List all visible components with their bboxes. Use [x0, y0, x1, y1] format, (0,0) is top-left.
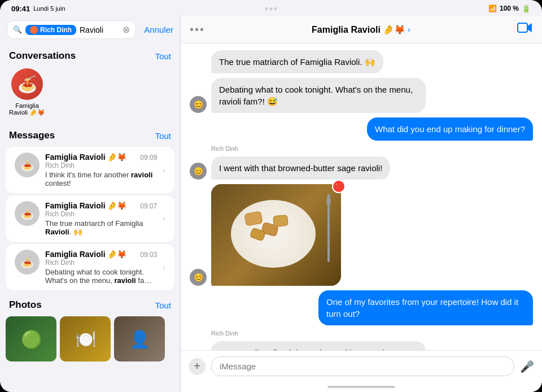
conversations-all-button[interactable]: Tout	[155, 51, 171, 61]
msg-from: Famiglia Ravioli 🤌🦊	[45, 201, 126, 210]
search-chip-avatar	[30, 26, 38, 34]
status-bar: 09:41 Lundi 5 juin 📶 100 % 🔋	[0, 0, 542, 16]
status-date: Lundi 5 juin	[33, 5, 65, 12]
chat-bubble: One of my favorites from your repertoire…	[318, 290, 533, 325]
msg-chevron-icon: ›	[163, 263, 165, 272]
msg-time: 09:09	[140, 154, 157, 162]
msg-preview: The true matriarch of Famiglia Ravioli. …	[45, 219, 157, 236]
chat-chevron-icon: ›	[408, 25, 410, 34]
home-bar	[327, 386, 395, 388]
bubble-row-image: 😊	[190, 184, 533, 286]
msg-subname: Rich Dinh	[45, 210, 157, 218]
bubble-row-incoming: 😊 Debating what to cook tonight. What's …	[190, 78, 533, 113]
battery-label: 100 %	[500, 5, 519, 12]
photos-all-button[interactable]: Tout	[155, 300, 171, 310]
msg-avatar: 🍝	[15, 250, 40, 275]
battery-icon: 🔋	[522, 5, 531, 13]
message-list-item[interactable]: 🍝 Famiglia Ravioli 🤌🦊 09:07 Rich Dinh Th…	[6, 195, 174, 242]
conv-avatar-label: FamigliaRavioli 🤌🦊	[9, 102, 45, 116]
right-panel: ••• Famiglia Ravioli 🤌🦊 ›	[181, 16, 542, 392]
messages-all-button[interactable]: Tout	[155, 131, 171, 141]
left-panel: 🔍 Rich Dinh Ravioli ⊗ Annuler Conversati…	[0, 16, 181, 392]
msg-from: Famiglia Ravioli 🤌🦊	[45, 250, 126, 259]
home-indicator	[181, 382, 542, 392]
conversations-title: Conversations	[9, 50, 76, 62]
msg-preview: Debating what to cook tonight. What's on…	[45, 268, 157, 285]
msg-subname: Rich Dinh	[45, 259, 157, 267]
msg-subname: Rich Dinh	[45, 162, 157, 169]
messages-section-header: Messages Tout	[0, 123, 180, 145]
msg-time: 09:07	[140, 202, 157, 210]
status-right: 📶 100 % 🔋	[488, 5, 531, 13]
photos-section-header: Photos Tout	[0, 293, 180, 314]
chat-bubble: Debating what to cook tonight. What's on…	[211, 78, 426, 113]
photo-thumb[interactable]: 👤	[114, 316, 165, 361]
search-clear-icon[interactable]: ⊗	[123, 24, 130, 35]
conversations-avatar-row: 🍝 FamigliaRavioli 🤌🦊	[0, 65, 180, 123]
search-text[interactable]: Ravioli	[80, 25, 119, 34]
search-icon: 🔍	[13, 25, 22, 34]
chat-input-area: + 🎤	[181, 350, 542, 382]
sender-label: Rich Dinh	[211, 330, 533, 337]
photos-row: 🟢 🍽️ 👤	[0, 314, 180, 364]
left-scroll: Conversations Tout 🍝 FamigliaRavioli 🤌🦊 …	[0, 43, 180, 392]
bubble-row-incoming: The true matriarch of Famiglia Ravioli. …	[190, 50, 533, 73]
svg-rect-0	[518, 23, 527, 32]
chat-title: Famiglia Ravioli 🤌🦊	[312, 24, 405, 35]
photo-thumb[interactable]: 🍽️	[60, 316, 111, 361]
msg-chevron-icon: ›	[163, 165, 165, 175]
bubble-row-incoming: 😊 I went with that browned-butter sage r…	[190, 156, 533, 180]
heart-reaction: ❤️	[332, 180, 346, 193]
sender-label: Rich Dinh	[211, 145, 533, 152]
cancel-button[interactable]: Annuler	[139, 25, 173, 34]
chat-header-center[interactable]: Famiglia Ravioli 🤌🦊 ›	[312, 24, 410, 35]
photo-thumb[interactable]: 🟢	[6, 316, 56, 361]
msg-time: 09:03	[140, 251, 157, 259]
bubble-avatar: 😊	[190, 269, 207, 286]
photos-title: Photos	[9, 299, 42, 311]
bubble-avatar: 😊	[190, 163, 207, 180]
messages-title: Messages	[9, 130, 55, 141]
msg-avatar: 🍝	[15, 153, 40, 177]
chat-bubble: What did you end up making for dinner?	[367, 117, 533, 141]
msg-preview: I think it's time for another ravioli co…	[45, 171, 157, 188]
msg-content: Famiglia Ravioli 🤌🦊 09:03 Rich Dinh Deba…	[45, 250, 157, 285]
msg-from: Famiglia Ravioli 🤌🦊	[45, 153, 126, 162]
chat-bubble: The true matriarch of Famiglia Ravioli. …	[211, 50, 383, 73]
conv-avatar-emoji: 🍝	[18, 75, 37, 94]
bubble-row-incoming: 😊 I've actually refined the recipe and i…	[190, 341, 533, 350]
wifi-icon: 📶	[488, 5, 497, 12]
chat-bubble: I went with that browned-butter sage rav…	[211, 156, 390, 180]
message-list-item[interactable]: 🍝 Famiglia Ravioli 🤌🦊 09:09 Rich Dinh I …	[6, 147, 174, 193]
add-button[interactable]: +	[189, 358, 206, 375]
mic-button[interactable]: 🎤	[520, 360, 534, 373]
search-chip[interactable]: Rich Dinh	[25, 25, 76, 35]
msg-chevron-icon: ›	[163, 214, 165, 223]
search-chip-name: Rich Dinh	[40, 26, 72, 34]
bubble-avatar: 😊	[190, 96, 207, 113]
bubble-row-outgoing: One of my favorites from your repertoire…	[190, 290, 533, 325]
message-input[interactable]	[211, 356, 514, 376]
video-call-button[interactable]	[517, 21, 533, 37]
message-list-item[interactable]: 🍝 Famiglia Ravioli 🤌🦊 09:03 Rich Dinh De…	[6, 244, 174, 290]
msg-content: Famiglia Ravioli 🤌🦊 09:09 Rich Dinh I th…	[45, 153, 157, 188]
chat-header: ••• Famiglia Ravioli 🤌🦊 ›	[181, 16, 542, 43]
chat-bubble: I've actually refined the recipe and it'…	[211, 341, 426, 350]
header-dots: •••	[190, 23, 205, 36]
image-bubble[interactable]: ❤️	[211, 184, 341, 286]
chat-messages: The true matriarch of Famiglia Ravioli. …	[181, 43, 542, 350]
msg-avatar: 🍝	[15, 201, 40, 226]
conv-avatar-circle: 🍝	[11, 68, 43, 100]
conversation-item-famiglia[interactable]: 🍝 FamigliaRavioli 🤌🦊	[9, 68, 45, 116]
msg-content: Famiglia Ravioli 🤌🦊 09:07 Rich Dinh The …	[45, 201, 157, 236]
status-time: 09:41	[11, 5, 30, 13]
search-bar: 🔍 Rich Dinh Ravioli ⊗ Annuler	[0, 16, 180, 43]
conversations-section-header: Conversations Tout	[0, 43, 180, 65]
bubble-row-outgoing: What did you end up making for dinner?	[190, 117, 533, 141]
